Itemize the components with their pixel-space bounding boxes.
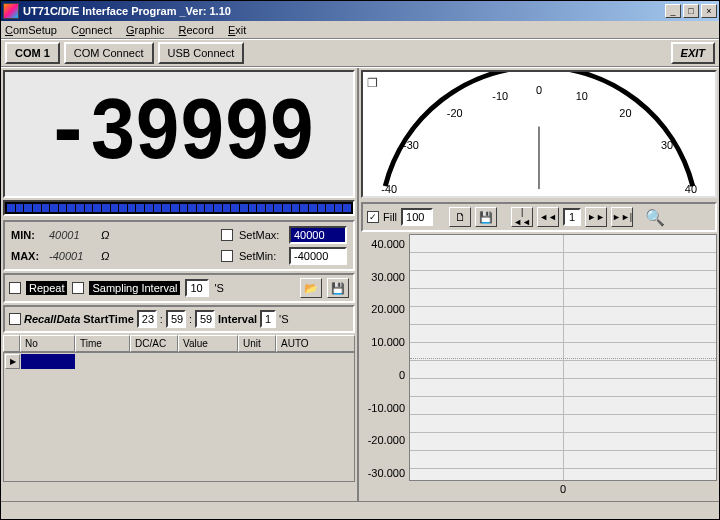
chart-panel: 40.000 30.000 20.000 10.000 0 -10.000 -2… — [361, 234, 717, 499]
fill-value-input[interactable]: 100 — [401, 208, 433, 226]
starttime-label: StartTime — [83, 313, 134, 325]
svg-text:0: 0 — [536, 84, 542, 96]
chart-controls: ✓ Fill 100 🗋 💾 |◄◄ ◄◄ 1 ►► ►►| 🔍 — [361, 202, 717, 232]
title-bar: UT71C/D/E Interface Program _Ver: 1.10 _… — [1, 1, 719, 21]
sampling-unit: 'S — [214, 282, 223, 294]
current-row-indicator: ▶ — [5, 354, 20, 369]
setmin-input[interactable]: -40000 — [289, 247, 347, 265]
col-time[interactable]: Time — [75, 335, 130, 352]
col-auto[interactable]: AUTO — [276, 335, 355, 352]
chart-y-axis: 40.000 30.000 20.000 10.000 0 -10.000 -2… — [361, 234, 409, 499]
y-tick: 40.000 — [371, 238, 405, 250]
minimize-button[interactable]: _ — [665, 4, 681, 18]
page-number[interactable]: 1 — [563, 208, 581, 226]
disk-icon: 💾 — [479, 211, 493, 224]
max-label: MAX: — [11, 250, 49, 262]
lcd-display: -39999 — [3, 70, 355, 198]
sampling-interval-label: Sampling Interval — [89, 281, 180, 295]
new-page-button[interactable]: 🗋 — [449, 207, 471, 227]
next-page-button[interactable]: ►► — [585, 207, 607, 227]
svg-text:30: 30 — [661, 139, 673, 151]
cascade-icon[interactable]: ❐ — [367, 76, 378, 90]
col-unit[interactable]: Unit — [238, 335, 276, 352]
exit-button[interactable]: EXIT — [671, 42, 715, 64]
selected-cell[interactable] — [21, 354, 75, 369]
menu-graphic[interactable]: Graphic — [126, 24, 165, 36]
zoom-icon[interactable]: 🔍 — [645, 208, 665, 227]
open-file-button[interactable]: 📂 — [300, 278, 322, 298]
max-unit: Ω — [101, 250, 117, 262]
first-page-button[interactable]: |◄◄ — [511, 207, 533, 227]
fill-checkbox[interactable]: ✓ — [367, 211, 379, 223]
col-no[interactable]: No — [20, 335, 75, 352]
y-tick: 10.000 — [371, 336, 405, 348]
col-value[interactable]: Value — [178, 335, 238, 352]
last-page-button[interactable]: ►►| — [611, 207, 633, 227]
recall-unit: 'S — [279, 313, 288, 325]
recalldata-checkbox[interactable] — [9, 313, 21, 325]
svg-text:-20: -20 — [447, 107, 463, 119]
status-bar — [1, 501, 719, 519]
recalldata-label: RecallData — [24, 313, 80, 325]
app-icon — [3, 3, 19, 19]
starttime-hour-input[interactable]: 23 — [137, 310, 157, 328]
repeat-checkbox[interactable] — [9, 282, 21, 294]
prev-page-button[interactable]: ◄◄ — [537, 207, 559, 227]
setmax-label: SetMax: — [239, 229, 289, 241]
setmin-checkbox[interactable] — [221, 250, 233, 262]
grid-row-selector-header — [3, 335, 20, 352]
data-grid[interactable]: ▶ — [3, 352, 355, 482]
analog-gauge: ❐ -40 -30 -20 -10 0 10 20 30 40 — [361, 70, 717, 198]
svg-text:40: 40 — [685, 183, 697, 195]
usb-connect-button[interactable]: USB Connect — [158, 42, 245, 64]
com-connect-button[interactable]: COM Connect — [64, 42, 154, 64]
data-grid-header: No Time DC/AC Value Unit AUTO — [3, 335, 355, 352]
y-tick: -30.000 — [368, 467, 405, 479]
sampling-interval-input[interactable]: 10 — [185, 279, 209, 297]
svg-text:-30: -30 — [403, 139, 419, 151]
menu-record[interactable]: Record — [179, 24, 214, 36]
svg-text:20: 20 — [619, 107, 631, 119]
max-value: -40001 — [49, 250, 101, 262]
bargraph — [3, 200, 355, 216]
setmax-input[interactable]: 40000 — [289, 226, 347, 244]
sampling-panel: Repeat Sampling Interval 10 'S 📂 💾 — [3, 273, 355, 303]
y-tick: -20.000 — [368, 434, 405, 446]
fill-label: Fill — [383, 211, 397, 223]
sampling-interval-checkbox[interactable] — [72, 282, 84, 294]
y-tick: 20.000 — [371, 303, 405, 315]
setmin-label: SetMin: — [239, 250, 289, 262]
folder-icon: 📂 — [304, 282, 318, 295]
recall-interval-input[interactable]: 1 — [260, 310, 276, 328]
svg-text:-10: -10 — [492, 90, 508, 102]
recall-panel: RecallData StartTime 23: 59: 59 Interval… — [3, 305, 355, 333]
y-tick: 30.000 — [371, 271, 405, 283]
page-icon: 🗋 — [455, 211, 466, 223]
min-label: MIN: — [11, 229, 49, 241]
y-tick: 0 — [399, 369, 405, 381]
starttime-sec-input[interactable]: 59 — [195, 310, 215, 328]
toolbar: COM 1 COM Connect USB Connect EXIT — [1, 39, 719, 67]
col-dcac[interactable]: DC/AC — [130, 335, 178, 352]
save-file-button[interactable]: 💾 — [327, 278, 349, 298]
disk-icon: 💾 — [331, 282, 345, 295]
gauge-tick: -40 — [381, 183, 397, 195]
menu-connect[interactable]: Connect — [71, 24, 112, 36]
menu-comsetup[interactable]: ComSetup — [5, 24, 57, 36]
close-button[interactable]: × — [701, 4, 717, 18]
menu-bar: ComSetup Connect Graphic Record Exit — [1, 21, 719, 39]
menu-exit[interactable]: Exit — [228, 24, 246, 36]
lcd-reading: -39999 — [45, 83, 314, 184]
chart-plot-area[interactable] — [409, 234, 717, 481]
x-tick: 0 — [560, 483, 566, 495]
repeat-label: Repeat — [26, 281, 67, 295]
save-chart-button[interactable]: 💾 — [475, 207, 497, 227]
min-unit: Ω — [101, 229, 117, 241]
com-port-button[interactable]: COM 1 — [5, 42, 60, 64]
window-title: UT71C/D/E Interface Program _Ver: 1.10 — [23, 5, 231, 17]
maximize-button[interactable]: □ — [683, 4, 699, 18]
starttime-min-input[interactable]: 59 — [166, 310, 186, 328]
app-window: UT71C/D/E Interface Program _Ver: 1.10 _… — [0, 0, 720, 520]
setmax-checkbox[interactable] — [221, 229, 233, 241]
minmax-panel: MIN: 40001 Ω SetMax: 40000 MAX: -40001 Ω… — [3, 220, 355, 271]
